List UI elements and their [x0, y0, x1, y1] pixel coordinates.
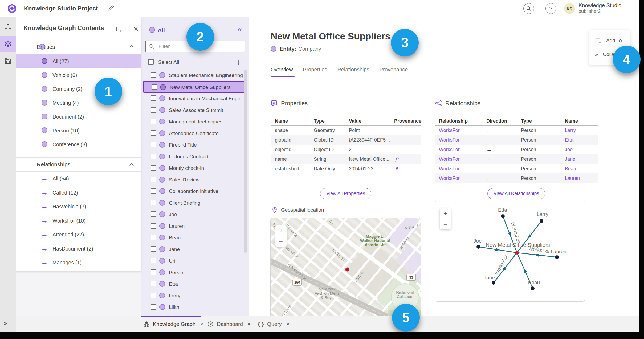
table-row[interactable]: shapeGeometryPoint: [271, 126, 421, 135]
person-node[interactable]: [501, 214, 505, 218]
item-checkbox[interactable]: [151, 177, 156, 182]
related-entity-link[interactable]: Lauren: [561, 176, 598, 181]
table-row[interactable]: establishedDate Only2014-01-23: [271, 164, 421, 173]
related-entity-link[interactable]: Joe: [561, 147, 598, 152]
list-item[interactable]: Innovations in Mechanical Engin...: [143, 92, 247, 104]
zoom-in-button[interactable]: +: [275, 225, 287, 236]
org-chart-icon[interactable]: [4, 23, 12, 31]
sidebar-item-entity[interactable]: All (27): [16, 54, 141, 68]
link-chart-view[interactable]: + − WorksForWorksForWorksForNew Metal Of…: [435, 201, 585, 302]
person-node[interactable]: [540, 219, 543, 223]
list-item[interactable]: Firebird Title: [143, 139, 247, 151]
search-button[interactable]: [523, 3, 534, 14]
item-checkbox[interactable]: [151, 293, 156, 298]
list-item[interactable]: Sales Review: [143, 174, 247, 185]
list-item[interactable]: Client Briefing: [143, 197, 247, 209]
edit-title-icon[interactable]: [108, 5, 115, 12]
zoom-out-button[interactable]: −: [275, 236, 287, 247]
select-all-checkbox[interactable]: [148, 59, 154, 65]
item-checkbox[interactable]: [151, 107, 156, 113]
sidebar-item-entity[interactable]: Vehicle (6): [16, 68, 141, 82]
person-node[interactable]: [555, 255, 559, 259]
item-checkbox[interactable]: [151, 188, 156, 194]
collapse-panel-icon[interactable]: «: [238, 25, 242, 34]
list-item[interactable]: Etta: [143, 278, 247, 290]
center-node[interactable]: [515, 251, 519, 255]
item-checkbox[interactable]: [151, 165, 156, 171]
table-row[interactable]: nameStringNew Metal Office ...: [271, 154, 421, 164]
list-item[interactable]: Lauren: [143, 220, 247, 232]
relationships-group-header[interactable]: → Relationships: [16, 158, 141, 171]
list-item[interactable]: New Metal Office Suppliers: [143, 81, 247, 93]
item-checkbox[interactable]: [151, 258, 156, 263]
list-item[interactable]: Joe: [143, 208, 247, 220]
item-checkbox[interactable]: [151, 72, 156, 78]
table-row[interactable]: WorksFor←PersonLarry: [435, 126, 598, 135]
person-node[interactable]: [476, 245, 480, 249]
chevron-up-icon[interactable]: [129, 45, 134, 48]
relationship-link[interactable]: WorksFor: [435, 176, 482, 181]
sidebar-item-relationship[interactable]: →WorksFor (10): [16, 214, 141, 228]
list-item[interactable]: Collaboration initiative: [143, 185, 247, 197]
chevron-up-icon[interactable]: [129, 163, 134, 166]
expand-toolbar-button[interactable]: »: [4, 320, 7, 327]
list-item[interactable]: Attendance Certificate: [143, 127, 247, 139]
table-row[interactable]: WorksFor←PersonBeau: [435, 164, 598, 173]
view-tab-dashboard[interactable]: Dashboard✕: [207, 316, 251, 332]
item-checkbox[interactable]: [152, 84, 157, 90]
table-row[interactable]: WorksFor←PersonJoe: [435, 145, 598, 154]
zoom-in-button[interactable]: +: [440, 208, 451, 219]
sidebar-item-entity[interactable]: Company (2): [16, 82, 141, 96]
item-checkbox[interactable]: [151, 119, 156, 124]
item-checkbox[interactable]: [151, 154, 156, 159]
view-all-properties-button[interactable]: View All Properties: [320, 188, 371, 199]
list-item[interactable]: Lilith: [143, 301, 247, 313]
sidebar-item-entity[interactable]: Conference (3): [16, 138, 141, 151]
list-item[interactable]: Jane: [143, 243, 247, 255]
sidebar-item-entity[interactable]: Meeting (4): [16, 96, 141, 110]
related-entity-link[interactable]: Larry: [561, 128, 598, 133]
item-checkbox[interactable]: [151, 200, 156, 205]
item-checkbox[interactable]: [151, 95, 156, 101]
save-icon[interactable]: [4, 57, 12, 65]
list-item[interactable]: Persie: [143, 267, 247, 278]
help-button[interactable]: ?: [545, 3, 556, 14]
list-item[interactable]: L. Jones Contract: [143, 151, 247, 162]
tab-provenance[interactable]: Provenance: [380, 67, 408, 76]
item-checkbox[interactable]: [151, 235, 156, 240]
person-node[interactable]: [531, 286, 535, 290]
item-checkbox[interactable]: [151, 130, 156, 136]
table-row[interactable]: WorksFor←PersonLauren: [435, 173, 598, 183]
list-item[interactable]: Managment Techniques: [143, 116, 247, 127]
list-item[interactable]: Montly check-in: [143, 162, 247, 174]
scrollbar[interactable]: [244, 70, 247, 253]
sidebar-item-relationship[interactable]: →All (54): [16, 172, 141, 185]
table-row[interactable]: globalidGlobal ID{A228944F-0EF5-...: [271, 135, 421, 145]
item-checkbox[interactable]: [151, 211, 156, 217]
avatar[interactable]: KS: [564, 3, 575, 14]
item-checkbox[interactable]: [151, 246, 156, 252]
tab-properties[interactable]: Properties: [303, 67, 327, 76]
table-row[interactable]: WorksFor←PersonJane: [435, 154, 598, 164]
related-entity-link[interactable]: Beau: [561, 166, 598, 172]
table-row[interactable]: WorksFor←PersonEtta: [435, 135, 598, 145]
list-item[interactable]: Staplers Mechanical Engineering: [143, 69, 247, 81]
layers-icon[interactable]: [4, 40, 12, 48]
relationship-link[interactable]: WorksFor: [435, 137, 482, 143]
sidebar-item-relationship[interactable]: →HasDocument (2): [16, 242, 141, 256]
view-tab-knowledge-graph[interactable]: Knowledge Graph✕: [143, 316, 203, 332]
relationship-link[interactable]: WorksFor: [435, 147, 482, 152]
relationship-link[interactable]: WorksFor: [435, 156, 482, 162]
view-all-relationships-button[interactable]: View All Relationships: [487, 188, 545, 199]
provenance-flag-icon[interactable]: [394, 166, 400, 172]
close-tab-icon[interactable]: ✕: [286, 321, 290, 327]
add-to-map-icon[interactable]: [233, 58, 240, 65]
map-view[interactable]: + − k RdW Clay StSaN 3rd StMaggie L.Walk…: [270, 218, 421, 319]
list-item[interactable]: Sales Associate Summit: [143, 104, 247, 116]
close-tab-icon[interactable]: ✕: [200, 321, 203, 327]
item-checkbox[interactable]: [151, 142, 156, 147]
zoom-out-button[interactable]: −: [440, 219, 451, 229]
sidebar-item-relationship[interactable]: →Attended (22): [16, 228, 141, 241]
item-checkbox[interactable]: [151, 304, 156, 310]
list-item[interactable]: Larry: [143, 290, 247, 301]
